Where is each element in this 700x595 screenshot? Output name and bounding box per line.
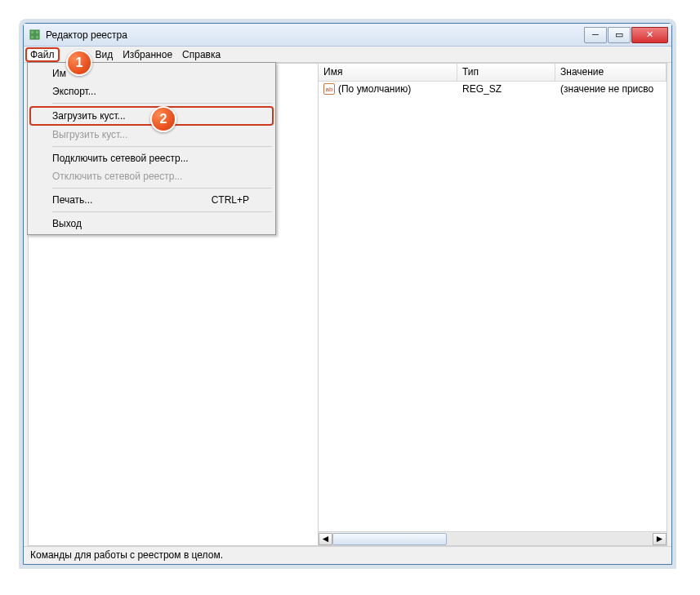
menu-help[interactable]: Справка (177, 47, 225, 62)
row-type: REG_SZ (457, 83, 555, 95)
menu-item-disconnect-network: Отключить сетевой реестр... (29, 167, 274, 185)
close-button[interactable]: ✕ (631, 27, 668, 43)
titlebar[interactable]: Редактор реестра ─ ▭ ✕ (24, 24, 671, 47)
svg-rect-2 (30, 35, 34, 39)
annotation-badge-2: 2 (150, 106, 176, 132)
list-pane: Имя Тип Значение ab (По умолчанию) REG_S… (319, 64, 667, 545)
menu-item-export[interactable]: Экспорт... (29, 82, 274, 100)
menu-item-print[interactable]: Печать... CTRL+P (29, 191, 274, 209)
row-value: (значение не присво (555, 83, 667, 95)
minimize-icon: ─ (592, 30, 599, 39)
menu-separator (52, 146, 272, 147)
svg-rect-0 (30, 30, 34, 34)
menu-item-exit[interactable]: Выход (29, 215, 274, 233)
svg-rect-1 (35, 30, 39, 34)
scroll-left-button[interactable]: ◄ (319, 533, 332, 545)
annotation-badge-1: 1 (66, 50, 92, 76)
print-shortcut: CTRL+P (212, 194, 249, 206)
svg-rect-3 (35, 35, 39, 39)
minimize-button[interactable]: ─ (584, 27, 607, 43)
list-header: Имя Тип Значение (319, 64, 667, 82)
regedit-icon (29, 29, 42, 42)
horizontal-scrollbar[interactable]: ◄ ► (319, 531, 667, 545)
close-icon: ✕ (646, 30, 653, 39)
col-header-name[interactable]: Имя (319, 64, 457, 81)
col-header-type[interactable]: Тип (457, 64, 555, 81)
list-body[interactable]: ab (По умолчанию) REG_SZ (значение не пр… (319, 82, 667, 531)
scroll-track[interactable] (332, 533, 653, 545)
statusbar: Команды для работы с реестром в целом. (24, 546, 671, 564)
menu-file[interactable]: Файл (25, 47, 60, 62)
menu-item-connect-network[interactable]: Подключить сетевой реестр... (29, 149, 274, 167)
maximize-icon: ▭ (615, 30, 623, 39)
col-header-value[interactable]: Значение (555, 64, 667, 81)
chevron-right-icon: ► (655, 533, 665, 544)
menu-separator (52, 188, 272, 189)
scroll-thumb[interactable] (332, 533, 447, 545)
row-name: (По умолчанию) (338, 83, 411, 95)
menu-view[interactable]: Вид (91, 47, 118, 62)
list-row[interactable]: ab (По умолчанию) REG_SZ (значение не пр… (319, 82, 667, 96)
menubar: Файл Вид Избранное Справка (24, 47, 671, 63)
menu-item-unload-hive: Выгрузить куст... (29, 126, 274, 144)
file-menu-dropdown: Им Экспорт... Загрузить куст... Выгрузит… (27, 62, 276, 235)
window-title: Редактор реестра (46, 29, 583, 41)
window-buttons: ─ ▭ ✕ (583, 27, 668, 43)
menu-separator (52, 211, 272, 212)
maximize-button[interactable]: ▭ (608, 27, 631, 43)
menu-favorites[interactable]: Избранное (118, 47, 177, 62)
string-value-icon: ab (323, 83, 335, 95)
menu-separator (52, 103, 272, 104)
chevron-left-icon: ◄ (321, 533, 331, 544)
scroll-right-button[interactable]: ► (653, 533, 667, 545)
menu-item-import[interactable]: Им (29, 64, 274, 82)
